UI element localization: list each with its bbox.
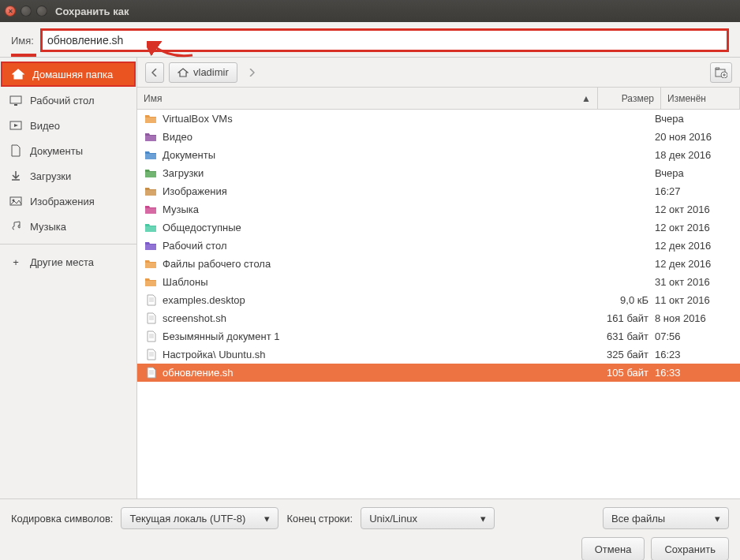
file-row[interactable]: Файлы рабочего стола12 дек 2016 [137, 255, 740, 273]
file-row[interactable]: Шаблоны31 окт 2016 [137, 273, 740, 291]
file-size: 631 байт [592, 330, 655, 342]
file-row[interactable]: Музыка12 окт 2016 [137, 200, 740, 218]
file-modified: 11 окт 2016 [655, 294, 734, 306]
sidebar-other-places[interactable]: + Другие места [0, 249, 136, 274]
minimize-window-button[interactable] [21, 6, 32, 17]
column-header-modified[interactable]: Изменён [661, 88, 740, 109]
file-size: 325 байт [592, 349, 655, 360]
chevron-right-icon [249, 69, 255, 77]
file-name: Безымянный документ 1 [163, 330, 592, 342]
svg-rect-0 [10, 96, 21, 103]
filter-combo[interactable]: Все файлы ▾ [603, 507, 729, 529]
file-row[interactable]: Общедоступные12 окт 2016 [137, 218, 740, 237]
file-name: Шаблоны [163, 276, 592, 288]
window-title: Сохранить как [55, 6, 129, 17]
file-modified: 20 ноя 2016 [655, 131, 734, 143]
file-row[interactable]: VirtualBox VMsВчера [137, 110, 740, 128]
folder-icon [144, 132, 158, 142]
image-icon [9, 196, 22, 207]
file-row[interactable]: обновление.sh105 байт16:33 [137, 364, 740, 382]
close-window-button[interactable]: ✕ [5, 6, 16, 17]
sidebar-item-0[interactable]: Домашняя папка [1, 62, 136, 87]
file-icon [144, 294, 158, 306]
file-list[interactable]: VirtualBox VMsВчераВидео20 ноя 2016Докум… [137, 110, 740, 498]
file-icon [144, 349, 158, 360]
eol-label: Конец строки: [286, 513, 353, 525]
folder-icon [144, 168, 158, 178]
file-row[interactable]: Рабочий стол12 дек 2016 [137, 237, 740, 255]
home-icon [12, 69, 24, 80]
new-folder-button[interactable] [710, 62, 732, 83]
file-size: 161 байт [592, 312, 655, 324]
sidebar-item-2[interactable]: Видео [0, 113, 136, 138]
path-segment-home[interactable]: vladimir [169, 62, 237, 83]
sidebar-item-1[interactable]: Рабочий стол [0, 88, 136, 113]
svg-rect-11 [145, 208, 156, 214]
sort-asc-icon: ▲ [581, 93, 591, 104]
annotation-arrow-icon [147, 41, 194, 62]
file-row[interactable]: screenshot.sh161 байт8 ноя 2016 [137, 309, 740, 327]
document-icon [9, 144, 22, 157]
file-modified: Вчера [655, 167, 734, 179]
file-row[interactable]: Настройка\ Ubuntu.sh325 байт16:23 [137, 345, 740, 364]
pathbar: vladimir [137, 58, 740, 88]
chevron-down-icon: ▾ [480, 513, 486, 525]
file-row[interactable]: Безымянный документ 1631 байт07:56 [137, 327, 740, 345]
file-modified: 12 дек 2016 [655, 258, 734, 270]
file-modified: 16:23 [655, 349, 734, 360]
sidebar-separator [0, 244, 136, 245]
sidebar-item-4[interactable]: Загрузки [0, 163, 136, 189]
sidebar-item-3[interactable]: Документы [0, 138, 136, 163]
svg-rect-9 [145, 172, 156, 177]
sidebar-item-label: Домашняя папка [32, 69, 113, 80]
file-name: Общедоступные [163, 222, 592, 233]
file-name: Музыка [163, 203, 592, 215]
file-modified: 16:33 [655, 367, 734, 379]
file-modified: 31 окт 2016 [655, 276, 734, 288]
cancel-button[interactable]: Отмена [581, 537, 645, 560]
plus-icon: + [9, 256, 22, 268]
file-modified: 12 окт 2016 [655, 203, 734, 215]
maximize-window-button[interactable] [36, 6, 47, 17]
chevron-down-icon: ▾ [264, 513, 270, 525]
file-row[interactable]: Изображения16:27 [137, 182, 740, 200]
download-icon [9, 170, 22, 181]
column-headers: Имя ▲ Размер Изменён [137, 88, 740, 110]
file-icon [144, 312, 158, 324]
encoding-label: Кодировка символов: [11, 513, 113, 525]
file-row[interactable]: examples.desktop9,0 кБ11 окт 2016 [137, 291, 740, 309]
file-name: Рабочий стол [163, 240, 592, 252]
chevron-left-icon [151, 69, 158, 77]
column-header-name[interactable]: Имя ▲ [137, 88, 598, 109]
file-modified: 12 дек 2016 [655, 240, 734, 252]
file-modified: 8 ноя 2016 [655, 312, 734, 324]
file-row[interactable]: ЗагрузкиВчера [137, 164, 740, 182]
titlebar: ✕ Сохранить как [0, 0, 740, 22]
file-row[interactable]: Видео20 ноя 2016 [137, 128, 740, 146]
file-name: screenshot.sh [163, 312, 592, 324]
path-back-button[interactable] [145, 62, 164, 83]
sidebar-item-label: Загрузки [30, 170, 71, 182]
encoding-combo[interactable]: Текущая локаль (UTF-8) ▾ [121, 507, 278, 529]
sidebar-item-6[interactable]: Музыка [0, 214, 136, 239]
sidebar-item-5[interactable]: Изображения [0, 189, 136, 214]
file-name: Изображения [163, 185, 592, 197]
file-icon [144, 367, 158, 379]
save-button[interactable]: Сохранить [651, 537, 729, 560]
path-forward-button[interactable] [242, 62, 261, 83]
file-modified: 16:27 [655, 185, 734, 197]
file-row[interactable]: Документы18 дек 2016 [137, 146, 740, 164]
folder-icon [144, 241, 158, 251]
svg-rect-13 [145, 245, 156, 250]
file-name: Настройка\ Ubuntu.sh [163, 349, 592, 360]
file-name: Загрузки [163, 167, 592, 179]
column-header-size[interactable]: Размер [598, 88, 661, 109]
svg-rect-8 [145, 154, 156, 159]
chevron-down-icon: ▾ [715, 513, 720, 525]
name-input-wrap[interactable] [40, 28, 729, 52]
sidebar-item-label: Документы [30, 145, 83, 157]
sidebar: Домашняя папкаРабочий столВидеоДокументы… [0, 58, 137, 498]
folder-icon [144, 277, 158, 287]
eol-combo[interactable]: Unix/Linux ▾ [361, 507, 495, 529]
name-label: Имя: [11, 35, 34, 47]
